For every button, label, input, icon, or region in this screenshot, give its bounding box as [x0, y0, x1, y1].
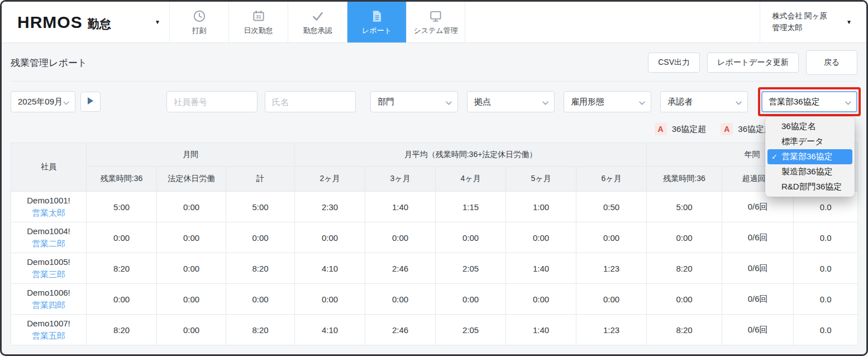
- employee-link[interactable]: 営業五郎: [32, 330, 65, 342]
- value-cell: 0:00: [436, 284, 506, 315]
- chevron-down-icon[interactable]: ▼: [155, 19, 160, 25]
- office-select[interactable]: 拠点: [467, 91, 555, 112]
- column-header: 残業時間:36: [87, 167, 157, 192]
- value-cell: 0:00: [226, 284, 295, 315]
- main-content: 残業管理レポート CSV出力レポートデータ更新戻る 2025年09月 部門拠点雇…: [2, 43, 866, 354]
- employee-cell: Demo1006!営業四郎: [11, 284, 87, 315]
- value-cell: 0:00: [365, 284, 436, 315]
- employee-cell: Demo1004!営業二郎: [11, 222, 87, 253]
- value-cell: 8:20: [226, 253, 295, 284]
- employee-name-input[interactable]: [265, 91, 356, 112]
- employee-link[interactable]: 営業二郎: [32, 238, 65, 250]
- value-cell: 0:00: [506, 222, 576, 253]
- approver-select-value: 承認者: [667, 97, 693, 107]
- dropdown-option[interactable]: 標準データ: [767, 134, 852, 149]
- legend-row: A36協定超A36協定超: [11, 122, 857, 136]
- value-cell: 0.0: [794, 222, 858, 253]
- employee-cell: Demo1001!営業太郎: [11, 192, 87, 222]
- employee-id: Demo1001!: [11, 194, 86, 207]
- dropdown-option[interactable]: R&D部門36協定: [767, 179, 852, 194]
- alert-badge: A: [655, 123, 667, 135]
- employment-type-select[interactable]: 雇用形態: [564, 91, 651, 112]
- value-cell: 0:00: [157, 222, 226, 253]
- value-cell: 8:20: [87, 315, 157, 345]
- chevron-down-icon: [542, 97, 549, 107]
- nav-tab-daily[interactable]: 31日次勤怠: [228, 2, 288, 42]
- employee-cell: Demo1007!営業五郎: [11, 315, 87, 345]
- top-nav-bar: HRMOS 勤怠 ▼ 打刻31日次勤怠勤怠承認レポートシステム管理 株式会社 関…: [2, 2, 866, 43]
- value-cell: 0:00: [647, 222, 722, 253]
- employee-number-input[interactable]: [166, 91, 257, 112]
- department-select-value: 部門: [378, 97, 394, 107]
- legend-item: A36協定超: [655, 123, 707, 135]
- csv-export-button[interactable]: CSV出力: [648, 53, 700, 73]
- divider: [11, 81, 857, 82]
- month-select[interactable]: 2025年09月: [11, 91, 75, 112]
- title-row: 残業管理レポート CSV出力レポートデータ更新戻る: [11, 43, 857, 81]
- column-group-header: 社員: [11, 143, 87, 192]
- value-cell: 0:00: [157, 253, 226, 284]
- agreement-dropdown-menu: 36協定名標準データ✓営業部36協定製造部36協定R&D部門36協定: [765, 117, 855, 197]
- column-group-header: 月平均（残業時間:36+法定休日労働）: [295, 143, 647, 167]
- month-select-value: 2025年09月: [18, 97, 63, 107]
- value-cell: 2:46: [365, 315, 436, 345]
- value-cell: 1:23: [576, 315, 647, 345]
- chevron-down-icon: [845, 97, 851, 107]
- dropdown-option[interactable]: 36協定名: [767, 119, 852, 134]
- office-select-value: 拠点: [474, 97, 491, 107]
- monitor-icon: [428, 8, 443, 23]
- nav-tab-punch[interactable]: 打刻: [169, 2, 228, 42]
- dropdown-option[interactable]: ✓営業部36協定: [767, 149, 852, 164]
- employee-id: Demo1007!: [11, 317, 86, 330]
- value-cell: 1:15: [436, 192, 506, 222]
- employee-link[interactable]: 営業太郎: [32, 207, 65, 219]
- value-cell: 8:20: [226, 315, 295, 345]
- refresh-report-button[interactable]: レポートデータ更新: [707, 53, 799, 73]
- dropdown-option[interactable]: 製造部36協定: [767, 164, 852, 179]
- value-cell: 5:00: [226, 192, 295, 222]
- value-cell: 0:00: [506, 284, 576, 315]
- brand[interactable]: HRMOS 勤怠 ▼: [2, 2, 169, 42]
- value-cell: 2:05: [436, 315, 506, 345]
- employee-link[interactable]: 営業三郎: [32, 268, 65, 281]
- column-group-header: 月間: [87, 143, 295, 167]
- nav-tab-report[interactable]: レポート: [347, 2, 406, 42]
- value-cell: 0:00: [365, 222, 436, 253]
- value-cell: 0/6回: [722, 284, 794, 315]
- employee-link[interactable]: 営業四郎: [32, 299, 65, 311]
- back-button[interactable]: 戻る: [806, 50, 857, 75]
- calendar-icon: 31: [251, 8, 266, 23]
- next-month-button[interactable]: [80, 92, 101, 112]
- value-cell: 0:00: [647, 284, 722, 315]
- value-cell: 8:20: [647, 315, 722, 345]
- chevron-down-icon[interactable]: ▼: [846, 19, 852, 25]
- check-icon: [311, 8, 325, 23]
- check-icon: ✓: [771, 151, 778, 163]
- nav-tab-approval[interactable]: 勤怠承認: [288, 2, 347, 42]
- column-header: 計: [226, 167, 295, 192]
- value-cell: 1:40: [506, 315, 576, 345]
- employee-cell: Demo1005!営業三郎: [11, 253, 87, 284]
- employee-id: Demo1005!: [11, 256, 86, 268]
- value-cell: 0:00: [576, 284, 647, 315]
- department-select[interactable]: 部門: [370, 91, 458, 112]
- value-cell: 1:40: [506, 253, 576, 284]
- agreement-select-wrap: 営業部36協定 36協定名標準データ✓営業部36協定製造部36協定R&D部門36…: [761, 91, 857, 112]
- column-header: 6ヶ月: [576, 167, 647, 192]
- chevron-down-icon: [63, 97, 69, 107]
- chevron-down-icon: [446, 97, 452, 107]
- column-header: 3ヶ月: [365, 167, 436, 192]
- value-cell: 0:00: [295, 284, 365, 315]
- value-cell: 0:00: [87, 222, 157, 253]
- account-menu[interactable]: 株式会社 関ヶ原 管理太郎 ▼: [760, 2, 866, 42]
- play-arrow-icon: [88, 97, 93, 107]
- nav-tabs: 打刻31日次勤怠勤怠承認レポートシステム管理: [169, 2, 465, 42]
- value-cell: 0:00: [87, 284, 157, 315]
- nav-tab-system[interactable]: システム管理: [406, 2, 465, 42]
- table-body: Demo1001!営業太郎5:000:005:002:301:401:151:0…: [11, 192, 858, 345]
- approver-select[interactable]: 承認者: [660, 91, 748, 112]
- value-cell: 1:40: [365, 192, 436, 222]
- product-name: 勤怠: [88, 16, 111, 32]
- agreement-select[interactable]: 営業部36協定: [761, 91, 857, 112]
- value-cell: 0:50: [576, 192, 647, 222]
